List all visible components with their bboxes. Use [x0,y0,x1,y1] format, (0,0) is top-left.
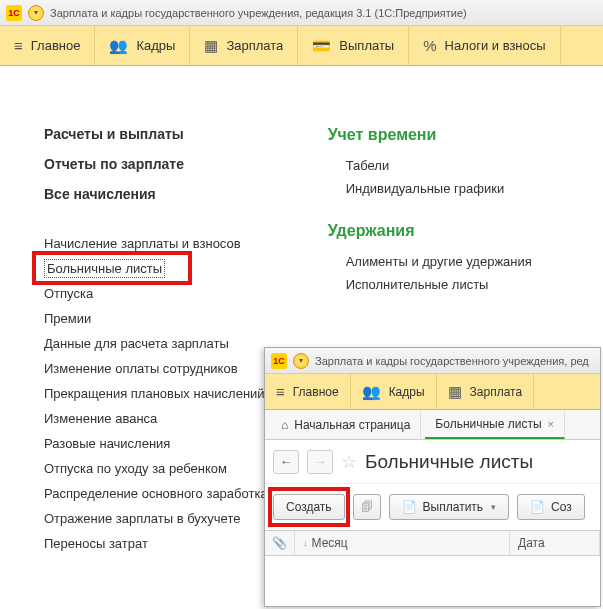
link-individual-schedules[interactable]: Индивидуальные графики [346,181,532,196]
nav-main[interactable]: ≡ Главное [0,26,95,65]
favorite-star-icon[interactable]: ☆ [341,451,357,473]
nav-label: Кадры [136,38,175,53]
win2-actionbar: Создать 🗐 📄 Выплатить 📄 Соз [265,484,600,530]
link-payroll-accrual[interactable]: Начисление зарплаты и взносов [44,236,268,251]
win2-nav-personnel[interactable]: 👥 Кадры [351,374,437,409]
close-icon[interactable]: × [548,418,554,430]
nav-salary[interactable]: ▦ Зарплата [190,26,298,65]
percent-icon: % [423,37,436,54]
menu-icon: ≡ [276,383,285,400]
people-icon: 👥 [362,383,381,401]
dropdown-round-button[interactable]: ▾ [293,353,309,369]
window-title: Зарплата и кадры государственного учрежд… [50,7,467,19]
link-pay-change[interactable]: Изменение оплаты сотрудников [44,361,268,376]
tab-label: Больничные листы [435,417,541,431]
button-label: Создать [286,500,332,514]
nav-label: Зарплата [470,385,523,399]
nav-label: Кадры [389,385,425,399]
people-icon: 👥 [109,37,128,55]
heading-calculations[interactable]: Расчеты и выплаты [44,126,268,142]
create-button[interactable]: Создать [273,494,345,520]
main-titlebar: 1C ▾ Зарплата и кадры государственного у… [0,0,603,26]
heading-all-accruals[interactable]: Все начисления [44,186,268,202]
win2-nav-salary[interactable]: ▦ Зарплата [437,374,535,409]
paperclip-icon: 📎 [272,536,287,550]
tab-sick-leave[interactable]: Больничные листы × [425,411,565,439]
highlighted-sick-leave: Больничные листы [44,261,268,276]
create2-button[interactable]: 📄 Соз [517,494,585,520]
back-button[interactable]: ← [273,450,299,474]
doc-icon: 📄 [402,500,417,514]
nav-personnel[interactable]: 👥 Кадры [95,26,190,65]
win2-toolbar: ← → ☆ Больничные листы [265,440,600,484]
win2-tabbar: ⌂ Начальная страница Больничные листы × [265,410,600,440]
win2-title: Зарплата и кадры государственного учрежд… [315,355,589,367]
forward-button[interactable]: → [307,450,333,474]
col-date[interactable]: Дата [510,531,600,555]
doc-icon: 📄 [530,500,545,514]
link-advance-change[interactable]: Изменение аванса [44,411,268,426]
link-writs[interactable]: Исполнительные листы [346,277,532,292]
link-one-time[interactable]: Разовые начисления [44,436,268,451]
heading-deductions[interactable]: Удержания [328,222,532,240]
card-icon: 💳 [312,37,331,55]
page-title: Больничные листы [365,451,533,473]
link-timesheets[interactable]: Табели [346,158,532,173]
heading-reports[interactable]: Отчеты по зарплате [44,156,268,172]
link-bonuses[interactable]: Премии [44,311,268,326]
col-attachment[interactable]: 📎 [265,531,295,555]
button-label: Выплатить [423,500,484,514]
main-navbar: ≡ Главное 👥 Кадры ▦ Зарплата 💳 Выплаты %… [0,26,603,66]
link-earnings-dist[interactable]: Распределение основного заработка [44,486,268,501]
copy-icon: 🗐 [361,500,373,514]
nav-label: Зарплата [226,38,283,53]
nav-label: Выплаты [339,38,394,53]
win2-titlebar: 1C ▾ Зарплата и кадры государственного у… [265,348,600,374]
link-sick-leave[interactable]: Больничные листы [44,259,165,278]
nav-label: Главное [31,38,81,53]
grid-icon: ▦ [448,383,462,401]
link-salary-accounting[interactable]: Отражение зарплаты в бухучете [44,511,268,526]
nav-payments[interactable]: 💳 Выплаты [298,26,409,65]
nav-label: Налоги и взносы [445,38,546,53]
link-stop-planned[interactable]: Прекращения плановых начислений [44,386,268,401]
link-cost-transfers[interactable]: Переносы затрат [44,536,268,551]
link-childcare-leave[interactable]: Отпуска по уходу за ребенком [44,461,268,476]
sort-desc-icon: ↓ [303,538,308,548]
win2-nav-main[interactable]: ≡ Главное [265,374,351,409]
nav-label: Главное [293,385,339,399]
dropdown-round-button[interactable]: ▾ [28,5,44,21]
grid-header: 📎 ↓ Месяц Дата [265,530,600,556]
col-label: Месяц [312,536,348,550]
button-label: Соз [551,500,572,514]
tab-label: Начальная страница [294,418,410,432]
win2-navbar: ≡ Главное 👥 Кадры ▦ Зарплата [265,374,600,410]
nav-taxes[interactable]: % Налоги и взносы [409,26,560,65]
col-month[interactable]: ↓ Месяц [295,531,510,555]
pay-button[interactable]: 📄 Выплатить [389,494,510,520]
logo-1c-icon: 1C [271,353,287,369]
heading-time-tracking[interactable]: Учет времени [328,126,532,144]
logo-1c-icon: 1C [6,5,22,21]
link-salary-data[interactable]: Данные для расчета зарплаты [44,336,268,351]
menu-icon: ≡ [14,37,23,54]
link-alimony[interactable]: Алименты и другие удержания [346,254,532,269]
left-column: Расчеты и выплаты Отчеты по зарплате Все… [44,126,268,561]
secondary-window: 1C ▾ Зарплата и кадры государственного у… [264,347,601,607]
tab-home[interactable]: ⌂ Начальная страница [271,412,421,438]
link-vacations[interactable]: Отпуска [44,286,268,301]
grid-icon: ▦ [204,37,218,55]
home-icon: ⌂ [281,418,288,432]
copy-button[interactable]: 🗐 [353,494,381,520]
col-label: Дата [518,536,545,550]
